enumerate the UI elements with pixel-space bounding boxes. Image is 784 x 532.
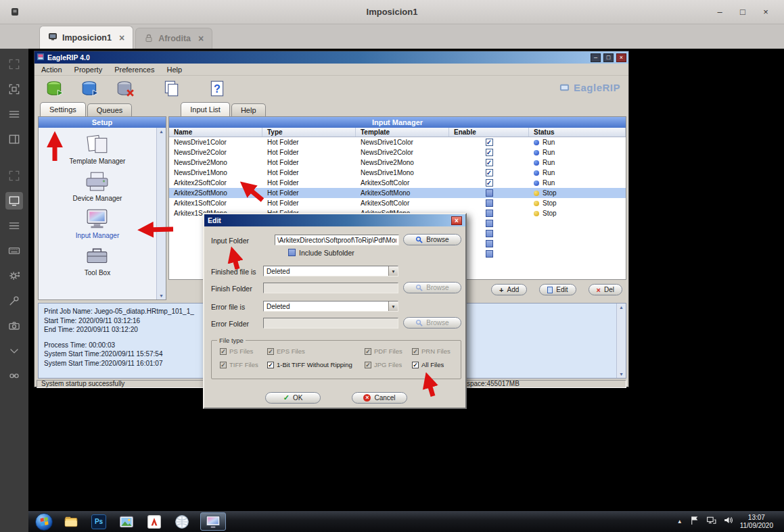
add-button[interactable]: +Add: [491, 284, 527, 295]
table-row[interactable]: NewsDrive1Color Hot Folder NewsDrive1Col…: [169, 137, 626, 147]
database-red-icon[interactable]: [116, 79, 135, 98]
help-icon[interactable]: ?: [208, 79, 227, 98]
start-button[interactable]: [35, 513, 53, 531]
menu-lines-icon[interactable]: [5, 105, 23, 123]
hidden-icons-chevron[interactable]: ▲: [677, 518, 683, 525]
ok-button[interactable]: ✓OK: [265, 392, 321, 404]
screenshot-camera-icon[interactable]: [5, 317, 23, 335]
finished-file-dropdown[interactable]: Deleted ▼: [263, 266, 398, 276]
column-header[interactable]: Name: [169, 128, 262, 137]
dropdown-arrow-icon[interactable]: ▼: [388, 301, 398, 311]
network-icon[interactable]: [706, 515, 716, 528]
action-flag-icon[interactable]: [689, 515, 699, 528]
tab-imposicion1[interactable]: Imposicion1 ×: [39, 26, 133, 49]
enable-checkbox[interactable]: [486, 240, 493, 247]
photoshop-icon[interactable]: Ps: [89, 513, 108, 531]
enable-checkbox[interactable]: ✓: [486, 139, 493, 146]
connection-link-icon[interactable]: [5, 367, 23, 385]
fullscreen-icon[interactable]: [5, 80, 23, 98]
column-header[interactable]: Type: [262, 128, 356, 137]
enable-checkbox[interactable]: ✓: [486, 169, 493, 176]
volume-icon[interactable]: [723, 515, 733, 528]
column-header[interactable]: Status: [529, 128, 626, 137]
enable-checkbox[interactable]: [486, 230, 493, 237]
setup-item-template-manager[interactable]: Template Manager: [70, 133, 126, 165]
table-row[interactable]: Arkitex2SoftColor Hot Folder ArkitexSoft…: [169, 178, 626, 188]
side-panel-icon[interactable]: [5, 130, 23, 148]
menu-action[interactable]: Action: [41, 66, 62, 74]
enable-checkbox[interactable]: [486, 210, 493, 217]
setup-item-device-manager[interactable]: Device Manager: [73, 170, 122, 202]
include-subfolder-checkbox[interactable]: [288, 249, 296, 256]
table-row[interactable]: Arkitex1SoftColor Hot Folder ArkitexSoft…: [169, 198, 626, 208]
minimize-icon[interactable]: –: [708, 7, 731, 17]
dialog-close-icon[interactable]: ×: [451, 216, 462, 225]
tab-afrodita[interactable]: Afrodita ×: [135, 28, 212, 49]
checkbox-icon[interactable]: ✓: [412, 362, 419, 368]
taskbar-clock[interactable]: 13:07 11/09/2020: [740, 514, 779, 530]
tab-input-list[interactable]: Input List: [181, 102, 230, 116]
scaled-display-icon[interactable]: [5, 192, 23, 210]
eaglerip-taskbar-button[interactable]: [200, 512, 226, 531]
scroll-up-icon[interactable]: ▲: [619, 305, 624, 310]
scroll-up-icon[interactable]: ▲: [159, 129, 164, 134]
minimize-icon[interactable]: –: [591, 53, 601, 62]
table-row-selected[interactable]: Arkitex2SoftMono Hot Folder ArkitexSoftM…: [169, 188, 626, 198]
menu-preferences[interactable]: Preferences: [114, 66, 154, 74]
tab-queues[interactable]: Queues: [87, 103, 133, 116]
selection-corners-icon[interactable]: [5, 55, 23, 73]
del-button[interactable]: ×Del: [589, 284, 622, 295]
collapse-chevron-icon[interactable]: [5, 342, 23, 360]
checkbox-1bit-tiff[interactable]: ✓1-Bit TIFF Without Ripping: [267, 361, 365, 368]
close-icon[interactable]: ×: [754, 7, 777, 17]
cancel-button[interactable]: ×Cancel: [352, 392, 407, 404]
menu-property[interactable]: Property: [74, 66, 103, 74]
database-green-icon[interactable]: [45, 79, 64, 98]
tab-settings[interactable]: Settings: [40, 102, 86, 116]
column-header[interactable]: Template: [356, 128, 449, 137]
table-row[interactable]: NewsDrive2Mono Hot Folder NewsDrive2Mono…: [169, 158, 626, 168]
enable-checkbox[interactable]: [486, 189, 493, 197]
dialog-titlebar[interactable]: Edit ×: [204, 214, 465, 226]
scroll-down-icon[interactable]: ▼: [159, 293, 164, 298]
keyboard-icon[interactable]: [5, 242, 23, 260]
menu-help[interactable]: Help: [166, 66, 182, 74]
image-viewer-icon[interactable]: [117, 513, 136, 531]
close-tab-icon[interactable]: ×: [119, 32, 124, 43]
enable-checkbox[interactable]: [486, 199, 493, 207]
tab-help[interactable]: Help: [231, 103, 266, 116]
enable-checkbox[interactable]: ✓: [486, 159, 493, 166]
close-icon[interactable]: ×: [616, 53, 626, 62]
message-scrollbar[interactable]: ▲ ▼: [616, 304, 626, 378]
checkbox-icon[interactable]: ✓: [267, 362, 274, 368]
database-blue-icon[interactable]: [80, 79, 99, 98]
explorer-folder-icon[interactable]: [62, 513, 80, 531]
eaglerip-titlebar[interactable]: EagleRIP 4.0 – □ ×: [34, 51, 628, 64]
column-header[interactable]: Enable: [449, 128, 529, 137]
settings-gear-icon[interactable]: [5, 267, 23, 285]
table-row[interactable]: NewsDrive2Color Hot Folder NewsDrive2Col…: [169, 147, 626, 158]
enable-checkbox[interactable]: ✓: [486, 149, 493, 156]
scroll-down-icon[interactable]: ▼: [619, 372, 624, 377]
maximize-icon[interactable]: □: [603, 53, 614, 62]
error-file-dropdown[interactable]: Deleted ▼: [263, 301, 398, 312]
web-browser-icon[interactable]: [172, 513, 191, 531]
document-copy-icon[interactable]: [162, 79, 181, 98]
tools-wrench-icon[interactable]: [5, 292, 23, 310]
menu-lines-icon[interactable]: [5, 217, 23, 235]
close-tab-icon[interactable]: ×: [198, 33, 204, 44]
browse-input-folder-button[interactable]: Browse: [403, 234, 461, 245]
checkbox-all-files[interactable]: ✓All Files: [412, 361, 461, 368]
input-folder-field[interactable]: [275, 235, 399, 245]
enable-checkbox[interactable]: [486, 220, 493, 227]
edit-button[interactable]: Edit: [539, 284, 576, 295]
enable-checkbox[interactable]: [486, 250, 493, 258]
enable-checkbox[interactable]: ✓: [486, 179, 493, 187]
adobe-reader-icon[interactable]: [145, 513, 164, 531]
setup-scrollbar[interactable]: ▲ ▼: [156, 128, 166, 299]
setup-item-input-manager[interactable]: Input Manager: [76, 208, 120, 239]
dropdown-arrow-icon[interactable]: ▼: [388, 266, 398, 276]
setup-item-tool-box[interactable]: Tool Box: [83, 245, 112, 276]
scale-corners-icon[interactable]: [5, 167, 23, 185]
table-row[interactable]: NewsDrive1Mono Hot Folder NewsDrive1Mono…: [169, 168, 626, 178]
